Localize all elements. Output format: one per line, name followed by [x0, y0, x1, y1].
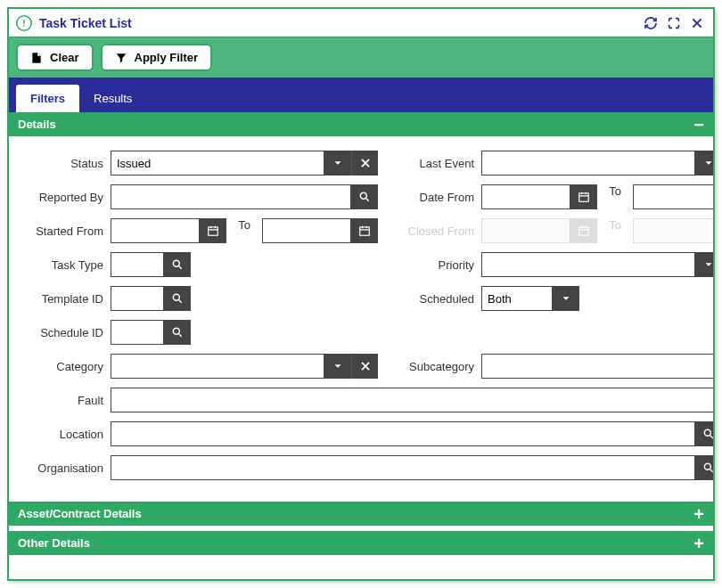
field-templateid: Template ID — [25, 286, 378, 311]
field-tasktype: Task Type — [25, 252, 378, 277]
datefrom-input[interactable] — [481, 184, 570, 209]
section-details-header[interactable]: Details − — [9, 112, 713, 136]
svg-point-10 — [704, 429, 710, 436]
collapse-icon[interactable]: − — [693, 118, 704, 131]
field-location: Location — [25, 421, 713, 446]
scheduled-dropdown-icon[interactable] — [553, 286, 579, 311]
svg-rect-4 — [360, 227, 370, 235]
lastevent-input[interactable] — [481, 151, 695, 176]
close-icon[interactable] — [688, 14, 706, 32]
status-clear-icon[interactable] — [351, 151, 378, 176]
field-lastevent: Last Event — [396, 151, 713, 176]
location-input[interactable] — [111, 421, 695, 446]
label-closedto: To — [597, 218, 633, 243]
section-other-header[interactable]: Other Details + — [9, 531, 713, 555]
apply-filter-button[interactable]: Apply Filter — [101, 44, 213, 71]
window-title: Task Ticket List — [39, 16, 642, 30]
label-templateid: Template ID — [25, 292, 111, 306]
svg-point-8 — [173, 294, 179, 300]
svg-point-7 — [173, 260, 179, 266]
svg-rect-5 — [579, 227, 589, 235]
startedto-input[interactable] — [262, 218, 351, 243]
location-search-icon[interactable] — [695, 421, 713, 446]
label-closedfrom: Closed From — [396, 225, 481, 238]
scheduleid-input[interactable] — [111, 320, 164, 345]
datefrom-calendar-icon[interactable] — [570, 184, 597, 209]
field-closedfrom: Closed From To — [396, 218, 713, 243]
section-assetcontract-title: Asset/Contract Details — [18, 507, 142, 520]
startedfrom-input[interactable] — [111, 218, 200, 243]
tasktype-input[interactable] — [111, 252, 164, 277]
expand-icon[interactable] — [665, 14, 683, 32]
field-empty — [396, 320, 713, 345]
tab-results[interactable]: Results — [79, 85, 146, 112]
category-input[interactable] — [111, 354, 324, 379]
titlebar: Task Ticket List — [9, 9, 713, 37]
filter-icon — [115, 52, 127, 64]
status-dropdown-icon[interactable] — [324, 151, 351, 176]
label-reportedby: Reported By — [25, 191, 111, 204]
field-status: Status — [25, 151, 378, 176]
status-input[interactable] — [111, 151, 324, 176]
section-other-title: Other Details — [18, 536, 90, 550]
subcategory-input[interactable] — [481, 354, 713, 379]
svg-rect-1 — [579, 193, 589, 201]
dateto-input[interactable] — [633, 184, 713, 209]
startedfrom-calendar-icon[interactable] — [200, 218, 226, 243]
tabbar: Filters Results — [9, 78, 713, 112]
field-category: Category — [25, 354, 378, 379]
fault-input[interactable] — [111, 388, 713, 412]
scheduleid-search-icon[interactable] — [164, 320, 191, 345]
tab-filters[interactable]: Filters — [16, 85, 79, 112]
section-assetcontract-header[interactable]: Asset/Contract Details + — [9, 502, 713, 526]
toolbar: Clear Apply Filter — [9, 37, 713, 78]
field-datefrom: Date From To — [396, 184, 713, 209]
scheduled-input[interactable] — [481, 286, 553, 311]
apply-filter-label: Apply Filter — [135, 51, 199, 64]
label-subcategory: Subcategory — [396, 360, 481, 373]
reportedby-input[interactable] — [111, 184, 351, 209]
svg-point-11 — [704, 463, 710, 470]
label-priority: Priority — [396, 258, 481, 272]
category-clear-icon[interactable] — [351, 354, 378, 379]
clear-button[interactable]: Clear — [16, 44, 94, 71]
field-organisation: Organisation — [25, 455, 713, 480]
label-organisation: Organisation — [25, 461, 111, 475]
section-details-body: Status Last Event — [9, 136, 713, 502]
reportedby-search-icon[interactable] — [351, 184, 378, 209]
svg-rect-3 — [209, 227, 218, 235]
section-details-title: Details — [18, 118, 56, 131]
clear-label: Clear — [50, 51, 79, 64]
title-controls — [642, 14, 706, 32]
category-dropdown-icon[interactable] — [324, 354, 351, 379]
app-icon — [16, 15, 32, 31]
closedfrom-calendar-icon — [570, 218, 597, 243]
label-status: Status — [25, 157, 111, 170]
templateid-search-icon[interactable] — [164, 286, 191, 311]
field-scheduleid: Schedule ID — [25, 320, 378, 345]
expand-icon[interactable]: + — [693, 508, 704, 520]
expand-icon[interactable]: + — [693, 537, 704, 550]
label-fault: Fault — [25, 394, 111, 407]
clear-icon — [30, 52, 43, 64]
field-reportedby: Reported By — [25, 184, 378, 209]
field-priority: Priority — [396, 252, 713, 277]
svg-point-0 — [360, 192, 366, 199]
label-startedfrom: Started From — [25, 225, 111, 238]
label-location: Location — [25, 428, 111, 441]
label-category: Category — [25, 360, 111, 373]
label-scheduleid: Schedule ID — [25, 326, 111, 339]
content-area: Details − Status Last Event — [9, 112, 713, 579]
priority-dropdown-icon[interactable] — [695, 252, 713, 277]
priority-input[interactable] — [481, 252, 695, 277]
label-startedto: To — [226, 218, 262, 243]
organisation-search-icon[interactable] — [695, 455, 713, 480]
lastevent-dropdown-icon[interactable] — [695, 151, 713, 176]
tasktype-search-icon[interactable] — [164, 252, 191, 277]
startedto-calendar-icon[interactable] — [351, 218, 378, 243]
field-scheduled: Scheduled — [396, 286, 713, 311]
templateid-input[interactable] — [111, 286, 164, 311]
organisation-input[interactable] — [111, 455, 695, 480]
refresh-icon[interactable] — [642, 14, 660, 32]
app-window: Task Ticket List Clear Apply Filter Filt… — [7, 7, 715, 581]
